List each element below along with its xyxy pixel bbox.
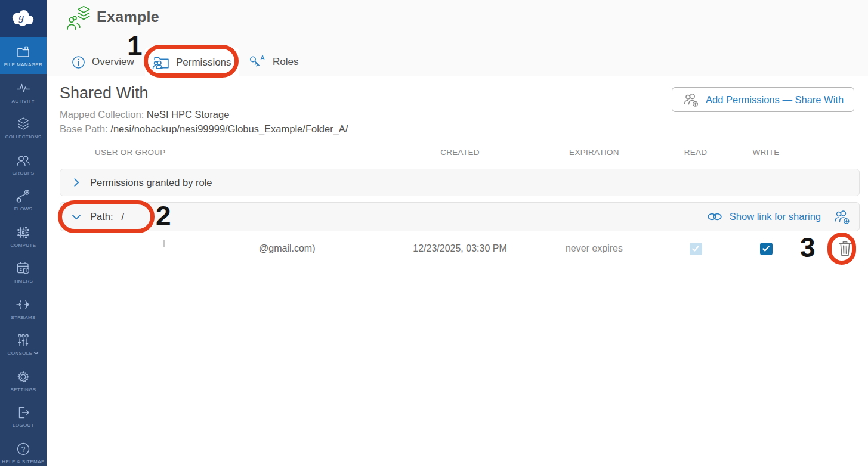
logout-icon (16, 405, 31, 420)
chevron-down-icon (33, 351, 39, 355)
gear-icon (16, 369, 31, 385)
streams-icon (16, 297, 31, 312)
tab-label: Permissions (176, 57, 231, 69)
collections-icon (16, 116, 31, 132)
sidebar-item-console-text: CONSOLE (8, 351, 33, 356)
header-created: CREATED (394, 148, 526, 157)
redacted-text-mark (163, 240, 165, 247)
show-link-for-sharing[interactable]: Show link for sharing (707, 211, 821, 222)
permission-actions-cell (804, 240, 860, 258)
groups-icon (16, 153, 31, 168)
path-add-permission-button[interactable] (833, 209, 850, 225)
header-write: WRITE (728, 148, 804, 157)
base-path-value: /nesi/nobackup/nesi99999/Globus_Example/… (110, 123, 348, 134)
add-permissions-label: Add Permissions — Share With (706, 94, 844, 106)
sidebar-item-label: COLLECTIONS (5, 134, 42, 140)
tab-roles[interactable]: A Roles (241, 48, 305, 76)
sidebar-item-label: FILE MANAGER (4, 62, 42, 67)
folder-people-icon (152, 55, 169, 70)
path-group-row[interactable]: Path: / Show link for sharing (60, 202, 860, 231)
chevron-down-icon (70, 210, 83, 224)
collection-header: Example Overview Permissions A Roles (47, 0, 868, 76)
base-path-line: Base Path: /nesi/nobackup/nesi99999/Glob… (60, 123, 348, 135)
permission-created: 12/23/2025, 03:30 PM (394, 243, 526, 254)
sidebar-item-streams[interactable]: STREAMS (0, 290, 47, 327)
role-group-label: Permissions granted by role (90, 177, 212, 188)
sidebar-item-collections[interactable]: COLLECTIONS (0, 110, 47, 147)
sidebar-item-label: FLOWS (14, 206, 32, 212)
path-value: / (122, 211, 125, 222)
help-icon: ? (16, 441, 31, 457)
folder-icon (16, 44, 31, 60)
base-path-label: Base Path: (60, 123, 108, 134)
sidebar-item-groups[interactable]: GROUPS (0, 146, 47, 182)
globus-cloud-icon: g (8, 7, 38, 30)
show-link-label: Show link for sharing (730, 211, 821, 222)
permission-user-cell: @gmail.com) (60, 243, 394, 254)
tab-overview[interactable]: Overview (64, 48, 141, 76)
sidebar-item-flows[interactable]: FLOWS (0, 182, 47, 219)
timers-icon (16, 261, 31, 276)
permission-write-cell (728, 243, 804, 255)
chevron-right-icon (70, 176, 83, 189)
table-header-row: USER OR GROUP CREATED EXPIRATION READ WR… (60, 148, 860, 157)
header-read: READ (663, 148, 728, 157)
sidebar-item-help-sitemap[interactable]: ? HELP & SITEMAP (0, 435, 47, 471)
read-checkbox[interactable] (690, 243, 702, 255)
check-icon (691, 245, 700, 252)
sidebar-item-label: SETTINGS (10, 387, 36, 392)
sidebar-item-label: ACTIVITY (11, 98, 35, 104)
tab-permissions[interactable]: Permissions (145, 48, 239, 76)
collection-title: Example (97, 8, 159, 26)
sidebar-item-logout[interactable]: LOGOUT (0, 399, 47, 435)
permission-row: @gmail.com) 12/23/2025, 03:30 PM never e… (60, 234, 860, 264)
sidebar-item-file-manager[interactable]: FILE MANAGER (0, 37, 47, 74)
header-user-or-group: USER OR GROUP (60, 148, 394, 157)
sidebar-item-label: CONSOLE (8, 351, 39, 356)
add-people-icon (682, 92, 699, 107)
svg-text:A: A (260, 54, 265, 61)
sidebar-item-label: COMPUTE (11, 243, 36, 248)
sidebar-item-label: LOGOUT (13, 423, 34, 428)
sidebar-item-timers[interactable]: TIMERS (0, 255, 47, 291)
sidebar-item-label: GROUPS (12, 171, 34, 176)
globus-app: g FILE MANAGER ACTIVITY COLLECTIONS (0, 0, 868, 471)
delete-permission-button[interactable] (838, 240, 852, 258)
tab-label: Roles (273, 56, 298, 68)
guest-collection-icon (66, 5, 94, 32)
sidebar-item-label: HELP & SITEMAP (2, 459, 44, 464)
check-icon (762, 245, 770, 252)
sidebar-item-activity[interactable]: ACTIVITY (0, 74, 47, 110)
sidebar-item-console[interactable]: CONSOLE (0, 327, 47, 363)
mapped-collection-line: Mapped Collection: NeSI HPC Storage (60, 109, 229, 120)
expand-role-group-button[interactable] (70, 176, 83, 189)
tab-label: Overview (92, 56, 134, 68)
flows-icon (16, 188, 31, 204)
sidebar-item-label: STREAMS (11, 315, 35, 320)
mapped-collection-value: NeSI HPC Storage (147, 109, 229, 120)
add-permissions-button[interactable]: Add Permissions — Share With (672, 87, 854, 112)
write-checkbox[interactable] (760, 243, 773, 255)
svg-text:g: g (18, 11, 24, 23)
permission-read-cell (663, 243, 728, 255)
add-people-icon (833, 209, 850, 225)
console-icon (16, 333, 31, 348)
globus-logo[interactable]: g (0, 0, 47, 37)
header-expiration: EXPIRATION (526, 148, 663, 157)
trash-icon (838, 240, 852, 258)
role-permissions-group-row[interactable]: Permissions granted by role (60, 169, 860, 196)
key-icon: A (248, 54, 266, 70)
svg-text:?: ? (21, 445, 26, 453)
sidebar-item-compute[interactable]: COMPUTE (0, 218, 47, 255)
page-title: Shared With (60, 84, 149, 103)
mapped-collection-label: Mapped Collection: (60, 109, 144, 120)
link-icon (707, 212, 723, 221)
permission-expiration: never expires (526, 243, 663, 254)
sidebar: g FILE MANAGER ACTIVITY COLLECTIONS (0, 0, 47, 466)
sidebar-item-label: TIMERS (14, 278, 33, 284)
collapse-path-group-button[interactable] (70, 210, 83, 224)
compute-icon (16, 225, 31, 240)
info-icon (72, 55, 85, 69)
header-actions (804, 148, 860, 157)
sidebar-item-settings[interactable]: SETTINGS (0, 362, 47, 399)
